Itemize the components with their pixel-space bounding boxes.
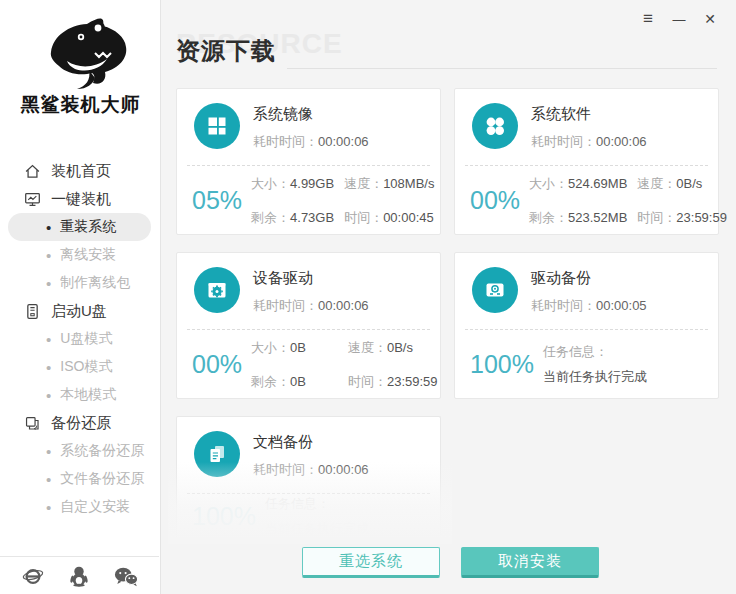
minimize-icon[interactable]: — [669,8,689,30]
card-divider [187,165,430,166]
stat-remaining: 剩余：0B [251,373,306,391]
bullet-icon: • [46,276,51,291]
stat-time: 时间：23:59:59 [348,373,438,391]
usb-icon [24,303,41,320]
home-icon [24,163,41,180]
elapsed-time: 耗时时间：00:00:06 [531,133,647,151]
progress-percent: 100% [470,350,534,379]
cancel-install-button[interactable]: 取消安装 [461,547,599,578]
wechat-icon[interactable] [114,566,138,587]
sidebar-item-backup-restore[interactable]: 备份还原 [0,409,160,437]
task-info: 任务信息： 当前任务执行完成 [265,495,369,538]
restore-icon [24,415,41,432]
task-label: 任务信息： [265,495,369,513]
task-value: 当前任务执行完成 [543,368,647,386]
task-info: 任务信息： 当前任务执行完成 [543,343,647,386]
progress-percent: 100% [192,502,256,531]
sidebar-footer [0,563,160,589]
bullet-icon: • [46,360,51,375]
stat-remaining: 剩余：523.52MB [529,209,627,227]
bullet-icon: • [46,500,51,515]
stat-speed: 速度：0B/s [348,339,438,357]
window-controls: ≡ — ✕ [638,8,720,30]
monitor-icon [24,191,41,208]
menu-icon[interactable]: ≡ [638,8,658,30]
sidebar-menu: 装机首页 一键装机 • 重装系统 • 离线安装 • 制作离线包 [0,157,160,521]
card-title: 驱动备份 [531,269,647,288]
sidebar-item-system-backup-restore[interactable]: • 系统备份还原 [0,437,160,465]
sidebar: 黑鲨装机大师 装机首页 一键装机 • 重装系统 • 离线安装 [0,0,161,594]
stat-time: 时间：23:59:59 [637,209,727,227]
bullet-icon: • [46,332,51,347]
sidebar-item-custom-install[interactable]: • 自定义安装 [0,493,160,521]
ie-icon[interactable] [22,565,44,587]
sidebar-item-usb-mode[interactable]: • U盘模式 [0,325,160,353]
sidebar-footer-divider [0,556,159,557]
progress-percent: 05% [192,186,242,215]
card-divider [187,329,430,330]
sidebar-item-local-mode[interactable]: • 本地模式 [0,381,160,409]
sidebar-item-reinstall-system[interactable]: • 重装系统 [8,213,151,241]
reselect-system-button[interactable]: 重选系统 [302,547,440,578]
app-window: 黑鲨装机大师 装机首页 一键装机 • 重装系统 • 离线安装 [0,0,736,594]
card-title: 设备驱动 [253,269,369,288]
close-icon[interactable]: ✕ [700,8,720,30]
progress-percent: 00% [470,186,520,215]
card-device-driver: 设备驱动 耗时时间：00:00:06 00% 大小：0B 速度：0B/s 剩余：… [176,252,441,399]
task-value: 当前任务执行完成 [265,520,369,538]
app-logo: 黑鲨装机大师 [0,6,161,118]
stat-remaining: 剩余：4.73GB [251,209,334,227]
stat-size: 大小：4.99GB [251,175,334,193]
sidebar-item-one-click[interactable]: 一键装机 [0,185,160,213]
stat-time: 时间：00:00:45 [344,209,434,227]
stat-speed: 速度：108MB/s [344,175,434,193]
bullet-icon: • [46,248,51,263]
elapsed-time: 耗时时间：00:00:06 [253,133,369,151]
progress-percent: 00% [192,350,242,379]
card-driver-backup: 驱动备份 耗时时间：00:00:05 100% 任务信息： 当前任务执行完成 [454,252,719,399]
card-title: 系统软件 [531,105,647,124]
windows-icon [194,103,240,149]
card-title: 系统镜像 [253,105,369,124]
shark-logo-icon [29,6,133,92]
elapsed-time: 耗时时间：00:00:05 [531,297,647,315]
download-stats: 大小：524.69MB 速度：0B/s 剩余：523.52MB 时间：23:59… [529,175,727,227]
elapsed-time: 耗时时间：00:00:06 [253,461,369,479]
bullet-icon: • [46,444,51,459]
sidebar-item-boot-usb[interactable]: 启动U盘 [0,297,160,325]
card-system-software: 系统软件 耗时时间：00:00:06 00% 大小：524.69MB 速度：0B… [454,88,719,235]
sidebar-item-file-backup-restore[interactable]: • 文件备份还原 [0,465,160,493]
download-stats: 大小：0B 速度：0B/s 剩余：0B 时间：23:59:59 [251,339,438,391]
card-system-image: 系统镜像 耗时时间：00:00:06 05% 大小：4.99GB 速度：108M… [176,88,441,235]
download-stats: 大小：4.99GB 速度：108MB/s 剩余：4.73GB 时间：00:00:… [251,175,434,227]
stat-speed: 速度：0B/s [637,175,727,193]
card-document-backup: 文档备份 耗时时间：00:00:06 100% 任务信息： 当前任务执行完成 [176,416,441,538]
app-name: 黑鲨装机大师 [0,92,161,118]
elapsed-time: 耗时时间：00:00:06 [253,297,369,315]
card-divider [187,493,430,494]
card-divider [465,329,708,330]
sidebar-item-iso-mode[interactable]: • ISO模式 [0,353,160,381]
header-divider [287,68,717,69]
card-title: 文档备份 [253,433,369,452]
bullet-icon: • [46,388,51,403]
task-label: 任务信息： [543,343,647,361]
page-title: 资源下载 [176,35,276,67]
sidebar-item-home[interactable]: 装机首页 [0,157,160,185]
sidebar-item-offline-install[interactable]: • 离线安装 [0,241,160,269]
card-divider [465,165,708,166]
bullet-icon: • [46,220,51,235]
stat-size: 大小：0B [251,339,306,357]
apps-icon [472,103,518,149]
bullet-icon: • [46,472,51,487]
sidebar-item-make-offline-package[interactable]: • 制作离线包 [0,269,160,297]
device-driver-icon [194,267,240,313]
stat-size: 大小：524.69MB [529,175,627,193]
document-backup-icon [194,431,240,477]
qq-icon[interactable] [69,565,89,587]
drive-backup-icon [472,267,518,313]
